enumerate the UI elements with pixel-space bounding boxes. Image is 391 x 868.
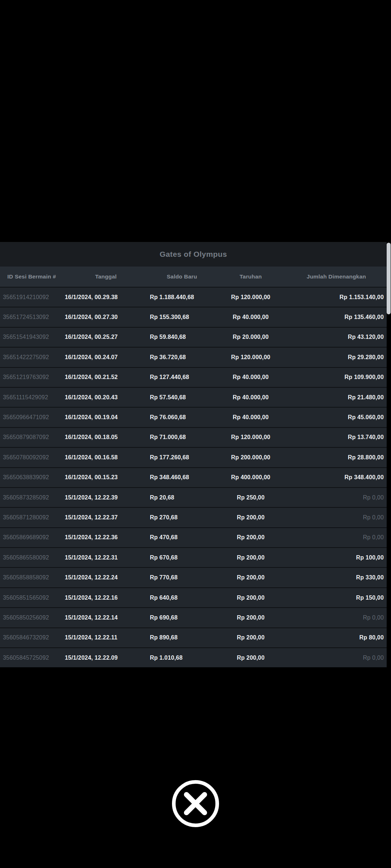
cell-jumlah: Rp 348.400,00 [286, 468, 387, 487]
table-row: 3565172451309216/1/2024, 00.27.30Rp 155.… [0, 307, 387, 327]
cell-saldo: Rp 770,68 [148, 568, 215, 587]
cell-saldo: Rp 76.060,68 [148, 408, 215, 427]
cell-id: 35651219763092 [0, 368, 63, 387]
scrollbar-thumb[interactable] [387, 243, 391, 314]
cell-tanggal: 15/1/2024, 12.22.14 [63, 608, 148, 627]
cell-id: 35605869689092 [0, 528, 63, 547]
table-row: 3565096647109216/1/2024, 00.19.04Rp 76.0… [0, 407, 387, 427]
table-row: 3560585885809215/1/2024, 12.22.24Rp 770,… [0, 567, 387, 587]
table-row: 3565154194309216/1/2024, 00.25.27Rp 59.8… [0, 327, 387, 347]
table-row: 3560586968909215/1/2024, 12.22.36Rp 470,… [0, 527, 387, 547]
cell-id: 35651541943092 [0, 328, 63, 347]
cell-taruhan: Rp 40.000,00 [215, 307, 286, 327]
cell-tanggal: 16/1/2024, 00.27.30 [63, 307, 148, 327]
table-row: 3565111542909216/1/2024, 00.20.43Rp 57.5… [0, 387, 387, 407]
cell-tanggal: 16/1/2024, 00.25.27 [63, 328, 148, 347]
modal-title-bar: Gates of Olympus [0, 242, 387, 267]
cell-id: 35605873285092 [0, 488, 63, 507]
cell-taruhan: Rp 120.000,00 [215, 288, 286, 307]
table-row: 3565063883909216/1/2024, 00.15.23Rp 348.… [0, 467, 387, 487]
cell-jumlah: Rp 0,00 [286, 608, 387, 627]
cell-saldo: Rp 127.440,68 [148, 368, 215, 387]
cell-saldo: Rp 640,68 [148, 588, 215, 607]
cell-id: 35605850256092 [0, 608, 63, 627]
cell-id: 35605845725092 [0, 648, 63, 667]
cell-taruhan: Rp 250,00 [215, 488, 286, 507]
cell-saldo: Rp 36.720,68 [148, 348, 215, 367]
table-header-row: ID Sesi Bermain #TanggalSaldo BaruTaruha… [0, 267, 387, 287]
cell-id: 35605865580092 [0, 548, 63, 567]
cell-tanggal: 16/1/2024, 00.18.05 [63, 428, 148, 447]
cell-taruhan: Rp 20.000,00 [215, 328, 286, 347]
cell-id: 35651115429092 [0, 388, 63, 407]
cell-taruhan: Rp 200,00 [215, 628, 286, 647]
cell-tanggal: 15/1/2024, 12.22.37 [63, 508, 148, 527]
cell-id: 35650879087092 [0, 428, 63, 447]
cell-taruhan: Rp 200.000,00 [215, 448, 286, 467]
column-header-tanggal: Tanggal [63, 267, 148, 287]
cell-tanggal: 15/1/2024, 12.22.09 [63, 648, 148, 667]
cell-jumlah: Rp 135.460,00 [286, 307, 387, 327]
game-title: Gates of Olympus [160, 250, 227, 259]
table-row: 3560584572509215/1/2024, 12.22.09Rp 1.01… [0, 647, 387, 667]
cell-taruhan: Rp 200,00 [215, 548, 286, 567]
table-row: 3565191421009216/1/2024, 00.29.38Rp 1.18… [0, 287, 387, 307]
cell-taruhan: Rp 200,00 [215, 608, 286, 627]
cell-taruhan: Rp 40.000,00 [215, 408, 286, 427]
cell-jumlah: Rp 0,00 [286, 648, 387, 667]
cell-jumlah: Rp 13.740,00 [286, 428, 387, 447]
cell-jumlah: Rp 29.280,00 [286, 348, 387, 367]
cell-tanggal: 16/1/2024, 00.29.38 [63, 288, 148, 307]
cell-id: 35650780092092 [0, 448, 63, 467]
cell-saldo: Rp 270,68 [148, 508, 215, 527]
cell-jumlah: Rp 43.120,00 [286, 328, 387, 347]
cell-saldo: Rp 20,68 [148, 488, 215, 507]
cell-tanggal: 15/1/2024, 12.22.24 [63, 568, 148, 587]
cell-saldo: Rp 71.000,68 [148, 428, 215, 447]
game-history-modal: Gates of Olympus ID Sesi Bermain #Tangga… [0, 242, 387, 667]
cell-taruhan: Rp 40.000,00 [215, 388, 286, 407]
cell-saldo: Rp 177.260,68 [148, 448, 215, 467]
cell-tanggal: 15/1/2024, 12.22.36 [63, 528, 148, 547]
cell-taruhan: Rp 200,00 [215, 528, 286, 547]
cell-saldo: Rp 670,68 [148, 548, 215, 567]
cell-tanggal: 15/1/2024, 12.22.11 [63, 628, 148, 647]
cell-id: 35651422275092 [0, 348, 63, 367]
cell-tanggal: 16/1/2024, 00.21.52 [63, 368, 148, 387]
column-header-saldo: Saldo Baru [148, 267, 215, 287]
cell-tanggal: 16/1/2024, 00.24.07 [63, 348, 148, 367]
column-header-id: ID Sesi Bermain # [0, 267, 63, 287]
table-row: 3560587128009215/1/2024, 12.22.37Rp 270,… [0, 507, 387, 527]
cell-id: 35650638839092 [0, 468, 63, 487]
column-header-jumlah: Jumlah Dimenangkan [286, 267, 387, 287]
screen-background: Gates of Olympus ID Sesi Bermain #Tangga… [0, 0, 391, 868]
cell-saldo: Rp 1.188.440,68 [148, 288, 215, 307]
cell-taruhan: Rp 200,00 [215, 588, 286, 607]
cell-taruhan: Rp 120.000,00 [215, 348, 286, 367]
table-row: 3560585156509215/1/2024, 12.22.16Rp 640,… [0, 587, 387, 607]
cell-tanggal: 16/1/2024, 00.16.58 [63, 448, 148, 467]
cell-saldo: Rp 1.010,68 [148, 648, 215, 667]
cell-id: 35650966471092 [0, 408, 63, 427]
x-circle-icon [172, 780, 219, 827]
cell-jumlah: Rp 100,00 [286, 548, 387, 567]
cell-jumlah: Rp 1.153.140,00 [286, 288, 387, 307]
cell-id: 35651914210092 [0, 288, 63, 307]
table-row: 3565078009209216/1/2024, 00.16.58Rp 177.… [0, 447, 387, 467]
cell-jumlah: Rp 0,00 [286, 528, 387, 547]
cell-tanggal: 15/1/2024, 12.22.16 [63, 588, 148, 607]
cell-taruhan: Rp 400.000,00 [215, 468, 286, 487]
cell-jumlah: Rp 80,00 [286, 628, 387, 647]
cell-id: 35651724513092 [0, 307, 63, 327]
cell-jumlah: Rp 0,00 [286, 488, 387, 507]
table-row: 3560587328509215/1/2024, 12.22.39Rp 20,6… [0, 487, 387, 507]
table-row: 3565087908709216/1/2024, 00.18.05Rp 71.0… [0, 427, 387, 447]
column-header-taruhan: Taruhan [215, 267, 286, 287]
close-button[interactable] [172, 780, 219, 827]
history-table-body[interactable]: 3565191421009216/1/2024, 00.29.38Rp 1.18… [0, 287, 387, 667]
cell-tanggal: 16/1/2024, 00.19.04 [63, 408, 148, 427]
cell-id: 35605858858092 [0, 568, 63, 587]
cell-jumlah: Rp 330,00 [286, 568, 387, 587]
cell-taruhan: Rp 200,00 [215, 508, 286, 527]
cell-id: 35605851565092 [0, 588, 63, 607]
